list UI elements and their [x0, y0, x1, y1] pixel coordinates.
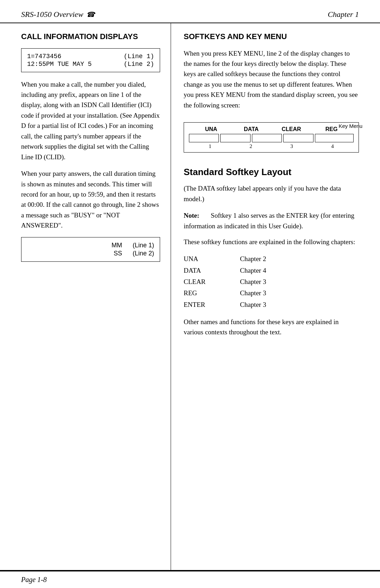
key-btn-4[interactable] — [283, 134, 313, 142]
display-row1-right: (Line 1) — [124, 53, 154, 60]
phone-icon: ☎ — [86, 10, 95, 19]
softkey-chapter-una: Chapter 2 — [240, 253, 266, 265]
content-area: CALL INFORMATION DISPLAYS 1=7473456 (Lin… — [0, 23, 380, 571]
page-header: SRS-1050 Overview ☎ Chapter 1 — [0, 0, 380, 23]
key-menu-numbers: 1 2 3 4 — [188, 143, 354, 149]
softkey-key-data: DATA — [184, 265, 212, 276]
right-column: SOFTKEYS AND KEY MENU When you press KEY… — [171, 23, 380, 570]
softkey-chapter-enter: Chapter 3 — [240, 299, 266, 310]
left-paragraph-1: When you make a call, the number you dia… — [21, 79, 160, 162]
display-row-1: 1=7473456 (Line 1) — [27, 53, 154, 60]
timer-row1-left: MM — [112, 242, 122, 249]
note-paragraph: Note: Softkey 1 also serves as the ENTER… — [184, 210, 359, 231]
key-num-4: 4 — [312, 143, 353, 149]
key-label-una: UNA — [191, 126, 231, 132]
softkey-heading: Standard Softkey Layout — [184, 167, 359, 178]
softkey-row-reg: REG Chapter 3 — [184, 287, 359, 299]
softkey-row-data: DATA Chapter 4 — [184, 265, 359, 276]
timer-row-2: SS (Line 2) — [27, 250, 154, 257]
softkey-key-enter: ENTER — [184, 299, 212, 310]
right-paragraph-2: (The DATA softkey label appears only if … — [184, 183, 359, 204]
key-btn-2[interactable] — [220, 134, 250, 142]
softkey-row-clear: CLEAR Chapter 3 — [184, 276, 359, 287]
key-btn-menu[interactable] — [315, 134, 354, 142]
key-menu-wrapper: UNA DATA CLEAR REG 1 2 — [184, 117, 359, 160]
timer-row1-right: (Line 1) — [133, 242, 154, 249]
timer-row2-right: (Line 2) — [133, 250, 154, 257]
call-display-box: 1=7473456 (Line 1) 12:55PM TUE MAY 5 (Li… — [21, 48, 160, 72]
key-menu-diagram: UNA DATA CLEAR REG 1 2 — [184, 122, 359, 153]
key-num-1: 1 — [190, 143, 230, 149]
header-title: SRS-1050 Overview — [21, 10, 83, 19]
key-menu-buttons — [188, 134, 354, 142]
key-btn-1[interactable] — [189, 134, 219, 142]
page-number: Page 1-8 — [21, 576, 47, 583]
softkey-key-una: UNA — [184, 253, 212, 265]
key-num-2: 2 — [230, 143, 271, 149]
left-paragraph-2: When your party answers, the call durati… — [21, 168, 160, 231]
key-btn-3[interactable] — [252, 134, 282, 142]
softkey-row-enter: ENTER Chapter 3 — [184, 299, 359, 310]
left-column: CALL INFORMATION DISPLAYS 1=7473456 (Lin… — [0, 23, 171, 570]
timer-display-box: MM (Line 1) SS (Line 2) — [21, 237, 160, 262]
softkey-table: UNA Chapter 2 DATA Chapter 4 CLEAR Chapt… — [184, 253, 359, 310]
right-paragraph-4: Other names and functions for these keys… — [184, 317, 359, 338]
softkey-row-una: UNA Chapter 2 — [184, 253, 359, 265]
page-container: SRS-1050 Overview ☎ Chapter 1 CALL INFOR… — [0, 0, 380, 588]
key-label-clear: CLEAR — [271, 126, 311, 132]
note-body: Softkey 1 also serves as the ENTER key (… — [184, 212, 354, 229]
display-row-2: 12:55PM TUE MAY 5 (Line 2) — [27, 61, 154, 68]
key-menu-note-label: Key Menu — [338, 123, 362, 129]
page-footer: Page 1-8 — [0, 571, 380, 588]
header-chapter: Chapter 1 — [328, 10, 359, 19]
right-paragraph-3: These softkey functions are explained in… — [184, 237, 359, 247]
display-row1-left: 1=7473456 — [27, 53, 61, 60]
softkey-chapter-data: Chapter 4 — [240, 265, 266, 276]
key-menu-labels: UNA DATA CLEAR REG — [188, 126, 354, 132]
right-paragraph-1: When you press KEY MENU, line 2 of the d… — [184, 48, 359, 111]
timer-row-1: MM (Line 1) — [27, 242, 154, 249]
display-row2-right: (Line 2) — [124, 61, 154, 68]
display-row2-left: 12:55PM TUE MAY 5 — [27, 61, 92, 68]
key-num-3: 3 — [271, 143, 312, 149]
softkey-chapter-reg: Chapter 3 — [240, 287, 266, 299]
softkey-key-clear: CLEAR — [184, 276, 212, 287]
key-label-data: DATA — [231, 126, 271, 132]
note-label: Note: — [184, 212, 199, 219]
right-section-heading: SOFTKEYS AND KEY MENU — [184, 32, 359, 42]
softkey-key-reg: REG — [184, 287, 212, 299]
header-left: SRS-1050 Overview ☎ — [21, 10, 95, 19]
softkey-chapter-clear: Chapter 3 — [240, 276, 266, 287]
left-section-heading: CALL INFORMATION DISPLAYS — [21, 32, 160, 42]
timer-row2-left: SS — [114, 250, 122, 257]
